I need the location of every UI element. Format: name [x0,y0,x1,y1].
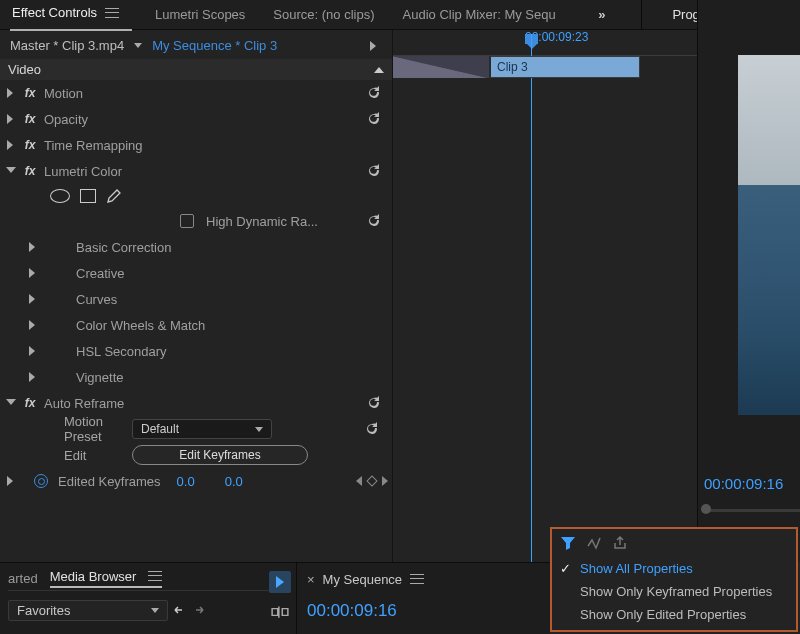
mask-ellipse-icon[interactable] [50,189,70,203]
favorites-dropdown[interactable]: Favorites [8,600,168,621]
prop-label: Opacity [44,112,88,127]
edit-label: Edit [6,448,124,463]
prop-hdr[interactable]: High Dynamic Ra... [0,208,392,234]
keyframe-value-b[interactable]: 0.0 [225,474,243,489]
timeline-timecode[interactable]: 00:00:09:16 [307,601,540,621]
mask-pen-icon[interactable] [106,188,122,204]
tab-effect-controls[interactable]: Effect Controls [12,5,127,24]
prop-label: Time Remapping [44,138,143,153]
menu-show-all[interactable]: ✓ Show All Properties [552,557,796,580]
prop-opacity[interactable]: fx Opacity [0,106,392,132]
motion-preset-dropdown[interactable]: Default [132,419,272,439]
twisty-icon[interactable] [28,372,38,382]
panel-menu-icon[interactable] [105,8,119,18]
menu-only-edited[interactable]: Show Only Edited Properties [552,603,796,626]
prop-lumetri-color[interactable]: fx Lumetri Color [0,158,392,184]
twisty-icon[interactable] [28,320,38,330]
edit-keyframes-button[interactable]: Edit Keyframes [132,445,308,465]
reset-icon[interactable] [364,421,380,437]
tab-source[interactable]: Source: (no clips) [273,7,374,22]
program-scrubber[interactable] [704,506,800,514]
fx-badge-icon[interactable]: fx [22,138,38,152]
share-icon[interactable] [612,535,628,551]
twisty-icon[interactable] [6,88,16,98]
prop-curves[interactable]: Curves [0,286,392,312]
next-keyframe-icon[interactable] [382,476,388,486]
filter-funnel-icon[interactable] [560,535,576,551]
prop-time-remapping[interactable]: fx Time Remapping [0,132,392,158]
nav-forward-icon[interactable] [192,604,204,616]
twisty-icon[interactable] [28,242,38,252]
collapse-up-icon[interactable] [374,67,384,73]
playhead-line[interactable] [531,34,532,634]
tab-audio-mixer[interactable]: Audio Clip Mixer: My Sequ [403,7,556,22]
twisty-icon[interactable] [6,398,16,408]
selection-tool-icon[interactable] [269,571,291,593]
checkbox-hdr[interactable] [180,214,194,228]
panel-menu-icon[interactable] [148,571,162,581]
section-label: Video [8,62,41,77]
twisty-icon[interactable] [6,114,16,124]
check-icon: ✓ [560,561,571,576]
mask-rect-icon[interactable] [80,189,96,203]
fx-badge-icon[interactable]: fx [22,164,38,178]
active-tab-underline [10,29,132,31]
prop-label: Motion [44,86,83,101]
prop-label: HSL Secondary [76,344,167,359]
tab-arted[interactable]: arted [8,571,38,586]
dropdown-value: Default [141,422,179,436]
prop-auto-reframe[interactable]: fx Auto Reframe [0,390,392,416]
edited-keyframes-row[interactable]: Edited Keyframes 0.0 0.0 [0,468,392,494]
prop-hsl[interactable]: HSL Secondary [0,338,392,364]
reset-icon[interactable] [366,163,382,179]
dropdown-value: Favorites [17,603,70,618]
fx-badge-icon[interactable]: fx [22,86,38,100]
tab-lumetri-scopes[interactable]: Lumetri Scopes [155,7,245,22]
prop-label: Edited Keyframes [58,474,161,489]
reset-icon[interactable] [366,395,382,411]
panel-menu-icon[interactable] [410,574,424,584]
fx-badge-icon[interactable]: fx [22,396,38,410]
prev-keyframe-icon[interactable] [356,476,362,486]
prop-motion[interactable]: fx Motion [0,80,392,106]
stopwatch-icon[interactable] [34,474,48,488]
program-timecode[interactable]: 00:00:09:16 [704,475,783,492]
fx-badge-icon[interactable]: fx [22,112,38,126]
insert-tool-icon[interactable] [269,601,291,623]
preview-sea [738,185,800,415]
nav-back-icon[interactable] [174,604,186,616]
close-icon[interactable]: × [307,572,315,587]
prop-vignette[interactable]: Vignette [0,364,392,390]
program-monitor[interactable] [738,55,800,415]
timeline-panel: × My Sequence 00:00:09:16 [296,563,550,634]
sequence-name[interactable]: My Sequence [323,572,403,587]
clip-current[interactable]: Clip 3 [489,56,640,78]
program-scrub-handle[interactable] [701,504,711,514]
add-keyframe-icon[interactable] [366,475,377,486]
sequence-clip-name[interactable]: My Sequence * Clip 3 [152,38,277,53]
twisty-icon[interactable] [6,166,16,176]
tab-media-browser[interactable]: Media Browser [50,569,162,588]
prop-wheels[interactable]: Color Wheels & Match [0,312,392,338]
video-section-header[interactable]: Video [0,59,392,80]
twisty-icon[interactable] [6,140,16,150]
program-scrub-track [708,509,800,512]
program-panel: 00:00:09:16 [697,0,800,562]
tabs-overflow-button[interactable]: » [592,7,611,22]
twisty-icon[interactable] [28,294,38,304]
prop-basic-correction[interactable]: Basic Correction [0,234,392,260]
reset-icon[interactable] [366,111,382,127]
play-icon[interactable] [370,41,376,51]
twisty-icon[interactable] [28,346,38,356]
twisty-icon[interactable] [6,476,16,486]
reset-icon[interactable] [366,85,382,101]
prop-creative[interactable]: Creative [0,260,392,286]
chevron-down-icon[interactable] [134,43,142,48]
clip-prev[interactable] [393,56,489,78]
reset-icon[interactable] [366,213,382,229]
menu-label: Show All Properties [580,561,693,576]
audio-keyframes-icon[interactable] [586,535,602,551]
twisty-icon[interactable] [28,268,38,278]
keyframe-value-a[interactable]: 0.0 [177,474,195,489]
menu-only-keyframed[interactable]: Show Only Keyframed Properties [552,580,796,603]
